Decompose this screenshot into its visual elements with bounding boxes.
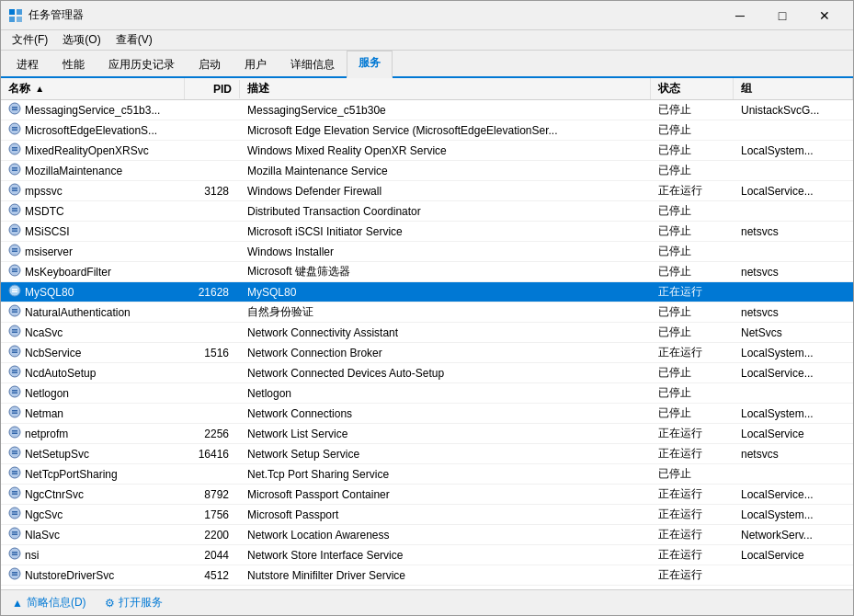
cell-pid: 1756: [185, 507, 240, 523]
table-row[interactable]: nsi 2044 Network Store Interface Service…: [1, 545, 853, 565]
svg-rect-29: [12, 268, 17, 270]
sort-arrow-icon: ▲: [35, 84, 44, 94]
cell-desc: Network Connected Devices Auto-Setup: [240, 365, 651, 382]
table-row[interactable]: Netlogon Netlogon 已停止: [1, 383, 853, 404]
svg-point-52: [9, 427, 20, 438]
service-icon: [8, 446, 21, 462]
service-icon: [8, 203, 21, 219]
table-row[interactable]: MSDTC Distributed Transaction Coordinato…: [1, 201, 853, 222]
cell-group: UnistackSvcG...: [734, 102, 853, 119]
cell-desc: Network Setup Service: [240, 446, 651, 462]
table-row[interactable]: NaturalAuthentication 自然身份验证 已停止 netsvcs: [1, 302, 853, 323]
menu-view[interactable]: 查看(V): [108, 30, 160, 50]
table-row[interactable]: NcaSvc Network Connectivity Assistant 已停…: [1, 323, 853, 343]
cell-group: NetSvcs: [734, 325, 853, 341]
svg-rect-36: [12, 312, 17, 314]
service-icon: [8, 143, 21, 158]
table-row[interactable]: NutstoreDriverSvc 4512 Nutstore Minifilt…: [1, 565, 853, 586]
svg-point-40: [9, 346, 20, 357]
col-header-desc[interactable]: 描述: [240, 78, 651, 99]
cell-pid: [185, 108, 240, 112]
table-row[interactable]: MixedRealityOpenXRSvc Windows Mixed Real…: [1, 141, 853, 161]
svg-rect-30: [12, 271, 17, 273]
table-row[interactable]: MsKeyboardFilter Microsoft 键盘筛选器 已停止 net…: [1, 262, 853, 282]
col-header-status[interactable]: 状态: [651, 78, 734, 99]
svg-rect-8: [12, 127, 17, 129]
table-row[interactable]: NgcCtnrSvc 8792 Microsoft Passport Conta…: [1, 485, 853, 505]
cell-group: [734, 392, 853, 395]
service-icon: [8, 284, 21, 300]
service-icon: [8, 183, 21, 199]
col-header-pid[interactable]: PID: [185, 80, 240, 98]
cell-desc: Windows Defender Firewall: [240, 183, 651, 200]
cell-name: MozillaMaintenance: [1, 161, 185, 180]
cell-desc: Network Connections: [240, 405, 651, 422]
tab-performance[interactable]: 性能: [51, 52, 97, 78]
cell-desc: Network Connection Broker: [240, 345, 651, 361]
tab-startup[interactable]: 启动: [187, 52, 233, 78]
cell-status: 已停止: [651, 161, 734, 180]
tab-app-history[interactable]: 应用历史记录: [97, 52, 187, 78]
table-row[interactable]: NetSetupSvc 16416 Network Setup Service …: [1, 444, 853, 464]
col-header-name[interactable]: 名称 ▲: [1, 78, 185, 99]
table-row[interactable]: NetTcpPortSharing Net.Tcp Port Sharing S…: [1, 464, 853, 485]
svg-point-67: [9, 528, 20, 539]
cell-name: Netlogon: [1, 383, 185, 403]
svg-rect-69: [12, 534, 17, 536]
table-row[interactable]: NgcSvc 1756 Microsoft Passport 正在运行 Loca…: [1, 505, 853, 525]
cell-name: MSDTC: [1, 201, 185, 221]
cell-name: NcbService: [1, 343, 185, 362]
table-row[interactable]: MSiSCSI Microsoft iSCSI Initiator Servic…: [1, 222, 853, 242]
svg-point-61: [9, 487, 20, 498]
tab-services[interactable]: 服务: [347, 51, 393, 78]
cell-name: mpssvc: [1, 181, 185, 200]
svg-rect-71: [12, 552, 17, 553]
cell-pid: [185, 169, 240, 173]
table-row[interactable]: NcbService 1516 Network Connection Broke…: [1, 343, 853, 363]
cell-pid: [185, 270, 240, 274]
cell-status: 已停止: [651, 242, 734, 261]
cell-pid: 16416: [185, 446, 240, 462]
cell-name: MixedRealityOpenXRSvc: [1, 141, 185, 160]
col-header-group[interactable]: 组: [734, 78, 853, 99]
svg-rect-65: [12, 511, 17, 513]
cell-group: [734, 473, 853, 476]
table-row[interactable]: MozillaMaintenance Mozilla Maintenance S…: [1, 161, 853, 181]
table-row[interactable]: MicrosoftEdgeElevationS... Microsoft Edg…: [1, 120, 853, 141]
svg-point-4: [9, 103, 20, 114]
tab-process[interactable]: 进程: [5, 52, 51, 78]
svg-point-58: [9, 467, 20, 478]
cell-group: LocalService...: [734, 365, 853, 382]
open-services-button[interactable]: ⚙ 打开服务: [105, 595, 163, 610]
cell-name: MySQL80: [1, 282, 185, 302]
table-row[interactable]: NcdAutoSetup Network Connected Devices A…: [1, 363, 853, 383]
service-icon: [8, 325, 21, 340]
menu-options[interactable]: 选项(O): [55, 30, 108, 50]
cell-pid: [185, 230, 240, 234]
table-row[interactable]: NlaSvc 2200 Network Location Awareness 正…: [1, 525, 853, 545]
table-row[interactable]: MessagingService_c51b3... MessagingServi…: [1, 100, 853, 120]
menu-file[interactable]: 文件(F): [5, 30, 55, 50]
tab-details[interactable]: 详细信息: [279, 52, 347, 78]
table-row[interactable]: Netman Network Connections 已停止 LocalSyst…: [1, 404, 853, 424]
cell-status: 正在运行: [651, 282, 734, 302]
minimize-button[interactable]: ─: [719, 1, 761, 30]
table-row[interactable]: netprofm 2256 Network List Service 正在运行 …: [1, 424, 853, 444]
cell-desc: Net.Tcp Port Sharing Service: [240, 466, 651, 483]
table-row[interactable]: MySQL80 21628 MySQL80 正在运行: [1, 282, 853, 302]
close-button[interactable]: ✕: [803, 1, 846, 30]
info-icon: ▲: [12, 597, 23, 610]
cell-group: LocalSystem...: [734, 345, 853, 361]
tab-users[interactable]: 用户: [233, 52, 279, 78]
maximize-button[interactable]: □: [761, 1, 803, 30]
service-icon: [8, 304, 21, 320]
cell-status: 已停止: [651, 141, 734, 160]
svg-point-10: [9, 143, 20, 154]
table-row[interactable]: msiserver Windows Installer 已停止: [1, 242, 853, 262]
brief-info-button[interactable]: ▲ 简略信息(D): [12, 595, 86, 610]
svg-point-25: [9, 245, 20, 256]
content-area: 名称 ▲ PID 描述 状态 组 MessagingService_c51b3.: [1, 78, 853, 589]
table-row[interactable]: mpssvc 3128 Windows Defender Firewall 正在…: [1, 181, 853, 201]
table-body[interactable]: MessagingService_c51b3... MessagingServi…: [1, 100, 853, 589]
svg-rect-63: [12, 494, 17, 496]
